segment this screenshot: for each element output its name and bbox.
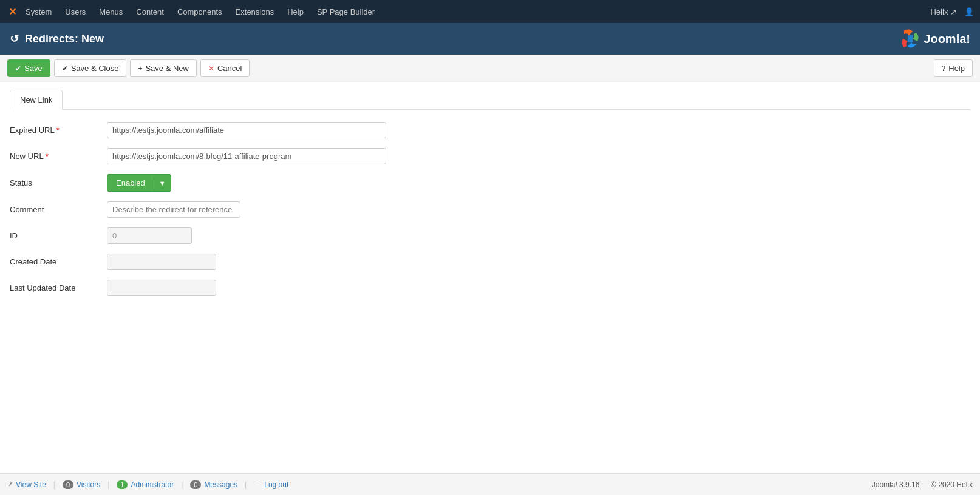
sep2: | <box>107 480 109 489</box>
administrator-link[interactable]: Administrator <box>131 480 174 489</box>
page-title-container: ↺ Redirects: New <box>10 32 104 45</box>
help-icon: ? <box>942 64 946 73</box>
joomla-logo: Joomla! <box>899 28 970 50</box>
created-date-input <box>107 254 216 270</box>
messages-link[interactable]: Messages <box>204 480 237 489</box>
expired-url-group: Expired URL * <box>10 122 970 138</box>
save-close-icon: ✔ <box>62 64 68 73</box>
administrator-badge: 1 <box>117 480 128 489</box>
new-url-label: New URL * <box>10 152 107 161</box>
save-button[interactable]: ✔ Save <box>7 59 50 77</box>
logout-dash-icon: — <box>254 480 261 489</box>
save-icon: ✔ <box>15 64 21 73</box>
nav-item-content[interactable]: Content <box>130 0 170 23</box>
comment-input[interactable] <box>107 201 240 218</box>
external-link-icon: ↗ <box>7 480 13 488</box>
header-bar: ↺ Redirects: New Joomla! <box>0 23 980 55</box>
toolbar-help: ? Help <box>934 59 973 77</box>
id-label: ID <box>10 231 107 240</box>
nav-item-components[interactable]: Components <box>171 0 228 23</box>
helix-link[interactable]: Helix ↗ <box>930 7 957 16</box>
created-date-group: Created Date <box>10 254 970 270</box>
cancel-label: Cancel <box>217 64 242 73</box>
spinner-icon: ↺ <box>10 32 19 45</box>
last-updated-group: Last Updated Date <box>10 280 970 296</box>
cancel-button[interactable]: ✕ Cancel <box>200 59 250 77</box>
chevron-down-icon: ▼ <box>154 176 171 190</box>
id-input <box>107 227 192 244</box>
nav-item-sp-page-builder[interactable]: SP Page Builder <box>311 0 381 23</box>
status-value: Enabled <box>107 175 154 191</box>
status-group: Status Enabled ▼ <box>10 174 970 192</box>
nav-item-menus[interactable]: Menus <box>93 0 129 23</box>
nav-item-users[interactable]: Users <box>59 0 92 23</box>
status-dropdown[interactable]: Enabled ▼ <box>107 174 171 192</box>
new-url-group: New URL * <box>10 148 970 164</box>
tab-new-link[interactable]: New Link <box>10 90 63 110</box>
save-new-icon: + <box>138 64 142 73</box>
expired-url-required: * <box>56 126 60 135</box>
save-new-label: Save & New <box>145 64 189 73</box>
expired-url-label: Expired URL * <box>10 126 107 135</box>
last-updated-label: Last Updated Date <box>10 283 107 292</box>
nav-item-system[interactable]: System <box>19 0 58 23</box>
save-new-button[interactable]: + Save & New <box>130 59 197 77</box>
user-icon[interactable]: 👤 <box>964 7 974 16</box>
toolbar: ✔ Save ✔ Save & Close + Save & New ✕ Can… <box>0 55 980 82</box>
footer-left: ↗ View Site | 0 Visitors | 1 Administrat… <box>7 480 288 489</box>
save-label: Save <box>24 64 43 73</box>
status-label: Status <box>10 178 107 187</box>
visitors-badge: 0 <box>63 480 73 489</box>
page-title: Redirects: New <box>25 33 104 45</box>
tab-bar: New Link <box>10 90 970 110</box>
save-close-label: Save & Close <box>71 64 119 73</box>
joomla-text: Joomla! <box>924 32 970 46</box>
new-url-input[interactable] <box>107 148 386 164</box>
joomla-x-logo[interactable]: ✕ <box>6 5 18 18</box>
cancel-icon: ✕ <box>208 64 214 73</box>
view-site-link[interactable]: View Site <box>16 480 46 489</box>
logout-link[interactable]: Log out <box>264 480 288 489</box>
sep3: | <box>181 480 183 489</box>
administrator-item: 1 Administrator <box>117 480 174 489</box>
comment-label: Comment <box>10 205 107 214</box>
new-url-required: * <box>46 152 49 161</box>
id-group: ID <box>10 227 970 244</box>
redirect-form: Expired URL * New URL * Status Enabled ▼… <box>10 122 970 296</box>
messages-item: 0 Messages <box>190 480 237 489</box>
created-date-label: Created Date <box>10 257 107 266</box>
nav-item-extensions[interactable]: Extensions <box>230 0 281 23</box>
nav-right: Helix ↗ 👤 <box>930 7 974 16</box>
view-site-item: ↗ View Site <box>7 480 46 489</box>
footer: ↗ View Site | 0 Visitors | 1 Administrat… <box>0 473 980 495</box>
logout-item: — Log out <box>254 480 288 489</box>
expired-url-input[interactable] <box>107 122 386 138</box>
toolbar-buttons: ✔ Save ✔ Save & Close + Save & New ✕ Can… <box>7 59 250 77</box>
save-close-button[interactable]: ✔ Save & Close <box>54 59 127 77</box>
nav-item-help[interactable]: Help <box>281 0 310 23</box>
joomla-logo-svg <box>899 28 921 50</box>
help-button[interactable]: ? Help <box>934 59 973 77</box>
sep1: | <box>53 480 55 489</box>
help-label: Help <box>948 64 965 73</box>
comment-group: Comment <box>10 201 970 218</box>
last-updated-input <box>107 280 216 296</box>
main-content: New Link Expired URL * New URL * Status … <box>0 82 980 473</box>
messages-badge: 0 <box>190 480 201 489</box>
visitors-link[interactable]: Visitors <box>77 480 100 489</box>
sep4: | <box>245 480 247 489</box>
top-navigation: ✕ System Users Menus Content Components … <box>0 0 980 23</box>
nav-menu-left: ✕ System Users Menus Content Components … <box>6 0 381 23</box>
footer-version: Joomla! 3.9.16 — © 2020 Helix <box>872 480 973 489</box>
visitors-item: 0 Visitors <box>63 480 100 489</box>
